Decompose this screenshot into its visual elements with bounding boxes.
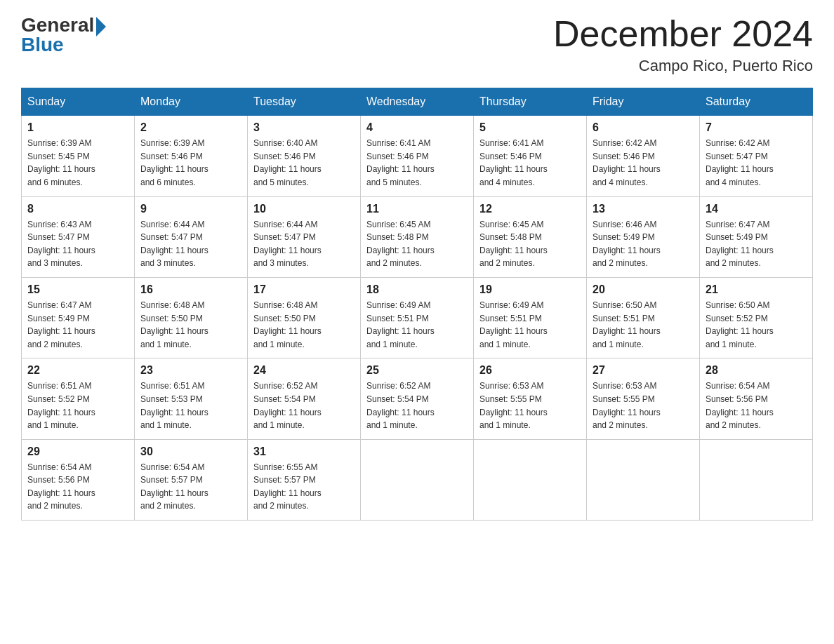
- day-number: 21: [706, 283, 807, 296]
- day-info: Sunrise: 6:50 AM Sunset: 5:51 PM Dayligh…: [593, 299, 694, 351]
- week-row-1: 1Sunrise: 6:39 AM Sunset: 5:45 PM Daylig…: [22, 116, 813, 196]
- header-cell-friday: Friday: [587, 88, 700, 116]
- calendar-cell: 8Sunrise: 6:43 AM Sunset: 5:47 PM Daylig…: [22, 196, 135, 277]
- calendar-cell: 21Sunrise: 6:50 AM Sunset: 5:52 PM Dayli…: [700, 277, 813, 358]
- calendar-cell: 12Sunrise: 6:45 AM Sunset: 5:48 PM Dayli…: [474, 196, 587, 277]
- week-row-3: 15Sunrise: 6:47 AM Sunset: 5:49 PM Dayli…: [22, 277, 813, 358]
- logo-triangle-icon: [96, 17, 106, 36]
- calendar-cell: 5Sunrise: 6:41 AM Sunset: 5:46 PM Daylig…: [474, 116, 587, 196]
- day-info: Sunrise: 6:50 AM Sunset: 5:52 PM Dayligh…: [706, 299, 807, 351]
- header-cell-sunday: Sunday: [22, 88, 135, 116]
- calendar-cell: 22Sunrise: 6:51 AM Sunset: 5:52 PM Dayli…: [22, 358, 135, 439]
- day-number: 31: [253, 445, 355, 458]
- calendar-cell: [700, 439, 813, 520]
- day-info: Sunrise: 6:53 AM Sunset: 5:55 PM Dayligh…: [593, 380, 694, 431]
- calendar-cell: 27Sunrise: 6:53 AM Sunset: 5:55 PM Dayli…: [587, 358, 700, 439]
- day-number: 10: [253, 203, 355, 215]
- day-info: Sunrise: 6:39 AM Sunset: 5:46 PM Dayligh…: [140, 137, 241, 189]
- day-number: 20: [593, 283, 694, 296]
- header-cell-thursday: Thursday: [474, 88, 587, 116]
- calendar-cell: 15Sunrise: 6:47 AM Sunset: 5:49 PM Dayli…: [22, 277, 135, 358]
- day-info: Sunrise: 6:48 AM Sunset: 5:50 PM Dayligh…: [140, 299, 241, 351]
- calendar-header: SundayMondayTuesdayWednesdayThursdayFrid…: [22, 88, 813, 116]
- day-number: 16: [140, 283, 241, 296]
- week-row-5: 29Sunrise: 6:54 AM Sunset: 5:56 PM Dayli…: [22, 439, 813, 520]
- logo-blue-text: Blue: [21, 34, 64, 56]
- header-row: SundayMondayTuesdayWednesdayThursdayFrid…: [22, 88, 813, 116]
- header-cell-wednesday: Wednesday: [361, 88, 474, 116]
- day-number: 22: [27, 364, 128, 377]
- day-number: 3: [253, 121, 355, 134]
- calendar-cell: [587, 439, 700, 520]
- calendar-cell: 6Sunrise: 6:42 AM Sunset: 5:46 PM Daylig…: [587, 116, 700, 196]
- day-info: Sunrise: 6:42 AM Sunset: 5:47 PM Dayligh…: [706, 137, 807, 189]
- calendar-cell: 14Sunrise: 6:47 AM Sunset: 5:49 PM Dayli…: [700, 196, 813, 277]
- day-info: Sunrise: 6:48 AM Sunset: 5:50 PM Dayligh…: [253, 299, 355, 351]
- day-number: 14: [706, 203, 807, 215]
- day-number: 17: [253, 283, 355, 296]
- day-number: 9: [140, 203, 241, 215]
- day-info: Sunrise: 6:54 AM Sunset: 5:56 PM Dayligh…: [706, 380, 807, 431]
- day-number: 28: [706, 364, 807, 377]
- header-cell-tuesday: Tuesday: [248, 88, 361, 116]
- day-info: Sunrise: 6:52 AM Sunset: 5:54 PM Dayligh…: [366, 380, 468, 431]
- calendar-cell: 17Sunrise: 6:48 AM Sunset: 5:50 PM Dayli…: [248, 277, 361, 358]
- week-row-4: 22Sunrise: 6:51 AM Sunset: 5:52 PM Dayli…: [22, 358, 813, 439]
- calendar-cell: 18Sunrise: 6:49 AM Sunset: 5:51 PM Dayli…: [361, 277, 474, 358]
- calendar-cell: 3Sunrise: 6:40 AM Sunset: 5:46 PM Daylig…: [248, 116, 361, 196]
- day-number: 29: [27, 445, 128, 458]
- day-number: 19: [479, 283, 581, 296]
- day-info: Sunrise: 6:44 AM Sunset: 5:47 PM Dayligh…: [253, 218, 355, 270]
- day-info: Sunrise: 6:39 AM Sunset: 5:45 PM Dayligh…: [27, 137, 128, 189]
- calendar-table: SundayMondayTuesdayWednesdayThursdayFrid…: [21, 88, 813, 521]
- day-info: Sunrise: 6:47 AM Sunset: 5:49 PM Dayligh…: [27, 299, 128, 351]
- header-cell-monday: Monday: [135, 88, 248, 116]
- location-subtitle: Campo Rico, Puerto Rico: [553, 57, 813, 75]
- day-info: Sunrise: 6:54 AM Sunset: 5:56 PM Dayligh…: [27, 461, 128, 513]
- day-number: 26: [479, 364, 581, 377]
- day-info: Sunrise: 6:51 AM Sunset: 5:52 PM Dayligh…: [27, 380, 128, 431]
- calendar-cell: 29Sunrise: 6:54 AM Sunset: 5:56 PM Dayli…: [22, 439, 135, 520]
- day-info: Sunrise: 6:46 AM Sunset: 5:49 PM Dayligh…: [593, 218, 694, 270]
- day-info: Sunrise: 6:42 AM Sunset: 5:46 PM Dayligh…: [593, 137, 694, 189]
- day-info: Sunrise: 6:45 AM Sunset: 5:48 PM Dayligh…: [366, 218, 468, 270]
- calendar-cell: [361, 439, 474, 520]
- day-number: 6: [593, 121, 694, 134]
- day-info: Sunrise: 6:43 AM Sunset: 5:47 PM Dayligh…: [27, 218, 128, 270]
- day-info: Sunrise: 6:49 AM Sunset: 5:51 PM Dayligh…: [479, 299, 581, 351]
- page-header: General Blue December 2024 Campo Rico, P…: [21, 14, 813, 75]
- day-info: Sunrise: 6:44 AM Sunset: 5:47 PM Dayligh…: [140, 218, 241, 270]
- day-number: 4: [366, 121, 468, 134]
- calendar-cell: 16Sunrise: 6:48 AM Sunset: 5:50 PM Dayli…: [135, 277, 248, 358]
- day-info: Sunrise: 6:53 AM Sunset: 5:55 PM Dayligh…: [479, 380, 581, 431]
- day-number: 1: [27, 121, 128, 134]
- day-info: Sunrise: 6:40 AM Sunset: 5:46 PM Dayligh…: [253, 137, 355, 189]
- logo: General Blue: [21, 14, 106, 56]
- calendar-cell: 9Sunrise: 6:44 AM Sunset: 5:47 PM Daylig…: [135, 196, 248, 277]
- calendar-cell: [474, 439, 587, 520]
- week-row-2: 8Sunrise: 6:43 AM Sunset: 5:47 PM Daylig…: [22, 196, 813, 277]
- calendar-cell: 13Sunrise: 6:46 AM Sunset: 5:49 PM Dayli…: [587, 196, 700, 277]
- day-info: Sunrise: 6:49 AM Sunset: 5:51 PM Dayligh…: [366, 299, 468, 351]
- day-number: 8: [27, 203, 128, 215]
- calendar-cell: 7Sunrise: 6:42 AM Sunset: 5:47 PM Daylig…: [700, 116, 813, 196]
- day-number: 27: [593, 364, 694, 377]
- calendar-cell: 4Sunrise: 6:41 AM Sunset: 5:46 PM Daylig…: [361, 116, 474, 196]
- day-info: Sunrise: 6:41 AM Sunset: 5:46 PM Dayligh…: [479, 137, 581, 189]
- calendar-cell: 31Sunrise: 6:55 AM Sunset: 5:57 PM Dayli…: [248, 439, 361, 520]
- title-block: December 2024 Campo Rico, Puerto Rico: [553, 14, 813, 75]
- day-number: 24: [253, 364, 355, 377]
- day-number: 12: [479, 203, 581, 215]
- day-info: Sunrise: 6:41 AM Sunset: 5:46 PM Dayligh…: [366, 137, 468, 189]
- calendar-cell: 10Sunrise: 6:44 AM Sunset: 5:47 PM Dayli…: [248, 196, 361, 277]
- calendar-cell: 19Sunrise: 6:49 AM Sunset: 5:51 PM Dayli…: [474, 277, 587, 358]
- calendar-cell: 30Sunrise: 6:54 AM Sunset: 5:57 PM Dayli…: [135, 439, 248, 520]
- month-title: December 2024: [553, 14, 813, 54]
- calendar-cell: 23Sunrise: 6:51 AM Sunset: 5:53 PM Dayli…: [135, 358, 248, 439]
- calendar-cell: 24Sunrise: 6:52 AM Sunset: 5:54 PM Dayli…: [248, 358, 361, 439]
- day-number: 7: [706, 121, 807, 134]
- calendar-cell: 28Sunrise: 6:54 AM Sunset: 5:56 PM Dayli…: [700, 358, 813, 439]
- day-number: 15: [27, 283, 128, 296]
- calendar-body: 1Sunrise: 6:39 AM Sunset: 5:45 PM Daylig…: [22, 116, 813, 521]
- day-number: 18: [366, 283, 468, 296]
